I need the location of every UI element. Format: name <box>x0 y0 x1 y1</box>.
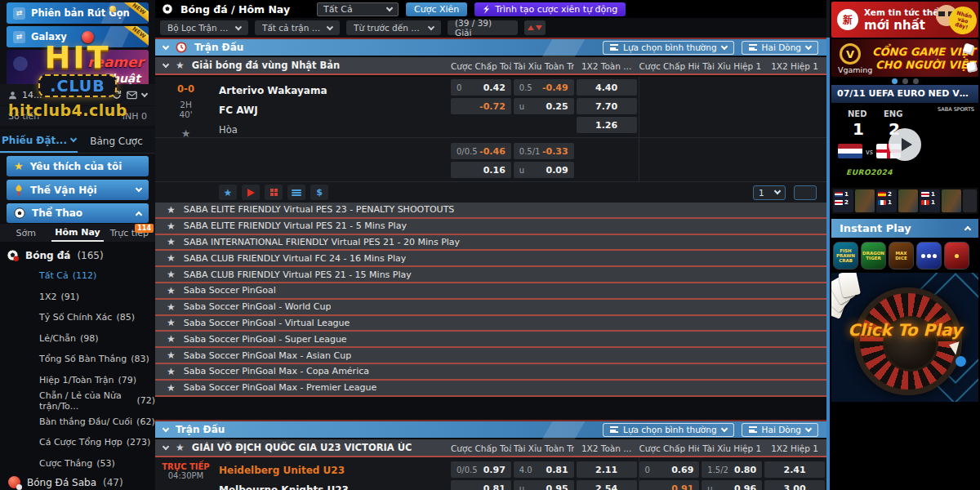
cashout-button[interactable]: $ <box>310 185 328 200</box>
thumbnails-next-button[interactable] <box>963 189 977 212</box>
odds-cell[interactable]: 1.5/20.80 <box>702 461 762 478</box>
sidebar-item-sports[interactable]: Thể Thao <box>7 203 149 223</box>
sidebar-menu-item[interactable]: Lẻ/Chẵn(98) <box>0 328 155 350</box>
sidebar-menu-item[interactable]: Bàn thắng Đầu/ Cuối(62) <box>0 412 155 433</box>
league-star-icon[interactable]: ★ <box>167 270 176 279</box>
two-line-button[interactable]: Hai Dòng <box>742 41 818 55</box>
vgaming-banner[interactable]: V Vgaming CỔNG GAME VIỆT CHO NGƯỜI VIỆT <box>831 39 978 77</box>
sidebar-menu-item[interactable]: Tỷ Số Chính Xác(85) <box>0 307 155 328</box>
thumbnail-score-card[interactable]: 21 <box>876 189 897 212</box>
odds-cell[interactable]: 2.11 <box>577 461 637 478</box>
league-star-icon[interactable]: ★ <box>167 302 176 312</box>
sidebar-item-saba-football[interactable]: Bóng Đá Saba (47) <box>8 476 123 488</box>
roulette-promo[interactable]: Click To Play <box>831 273 978 402</box>
league-row[interactable]: ★Saba Soccer PinGoal Max - Copa América <box>155 364 826 381</box>
favorite-button[interactable]: ★ <box>219 185 237 200</box>
league-row[interactable]: ★SABA ELITE FRIENDLY Virtual PES 21 - 5 … <box>155 219 826 235</box>
play-button[interactable] <box>889 128 921 161</box>
hitclub-logo[interactable]: HIT .CLUB <box>18 33 137 101</box>
sidebar-menu-item[interactable]: 1X2(91) <box>0 287 155 308</box>
account-chevron-down-icon[interactable] <box>141 90 148 96</box>
carousel-dot[interactable] <box>913 78 919 84</box>
match2-away-team[interactable]: Melbourne Knights U23 <box>219 484 349 490</box>
thumbnail-photo[interactable] <box>855 189 875 212</box>
odds-cell[interactable]: 4.00.81 <box>514 461 574 478</box>
tab-today[interactable]: Hôm Nay <box>51 224 103 242</box>
match-filter-button[interactable]: Bộ Lọc Trận Đấu <box>160 20 248 35</box>
sort-button[interactable] <box>524 20 546 35</box>
league-star-icon[interactable]: ★ <box>167 367 176 376</box>
thumbnail-score-card[interactable]: 12 <box>833 189 853 212</box>
odds-cell[interactable]: 0.5/1-0.33 <box>514 143 574 159</box>
odds-cell[interactable]: -0.72 <box>451 98 511 114</box>
sidebar-menu-item[interactable]: Cược Thắng(53) <box>0 453 155 474</box>
tab-early[interactable]: Sớm <box>0 224 51 242</box>
two-line-button[interactable]: Hai Dòng <box>742 423 818 437</box>
league-row[interactable]: ★Saba Soccer PinGoal <box>155 283 826 300</box>
league-star-icon[interactable]: ★ <box>167 383 176 393</box>
league-row[interactable]: ★SABA INTERNATIONAL FRIENDLY Virtual PES… <box>155 235 826 252</box>
odds-cell[interactable]: u0.09 <box>514 162 574 178</box>
match1-home-team[interactable]: Arterivo Wakayama <box>219 85 327 96</box>
sidebar-menu-item[interactable]: Cá Cược Tổng Hợp(273) <box>0 432 155 453</box>
markets-button[interactable] <box>287 185 305 200</box>
sidebar-item-favorites[interactable]: ★ Yêu thích của tôi <box>7 156 149 176</box>
league-row[interactable]: ★Saba Soccer PinGoal - Super League <box>155 332 826 348</box>
league-row[interactable]: ★Saba Soccer PinGoal - World Cup <box>155 300 826 316</box>
odds-cell[interactable]: 3.00 <box>764 480 825 490</box>
sidebar-menu-item[interactable]: Tất Cả(112) <box>0 265 155 287</box>
stats-button[interactable] <box>265 185 283 200</box>
odds-cell[interactable]: 0/0.5-0.46 <box>451 143 511 159</box>
tab-bet-list[interactable]: Bảng Cược <box>78 129 155 153</box>
odds-cell[interactable]: 00.42 <box>451 79 511 96</box>
carousel-dot[interactable] <box>892 78 898 84</box>
instant-play-tile[interactable]: FISH PRAWN CRAB <box>833 242 858 270</box>
league-star-icon[interactable]: ★ <box>167 205 176 215</box>
league-row[interactable]: ★SABA CLUB FRIENDLY Virtual PES 21 - 15 … <box>155 267 826 283</box>
odds-cell[interactable]: 00.69 <box>639 461 700 478</box>
collapse-chevron-icon[interactable] <box>163 42 169 49</box>
instant-play-tile[interactable] <box>916 242 942 270</box>
league-star-icon[interactable]: ★ <box>176 443 185 452</box>
news-banner[interactable]: 新 Xem tin tức thể thao mới nhất Nhấn vào… <box>831 2 978 38</box>
thumbnail-photo[interactable] <box>942 189 962 212</box>
odds-cell[interactable]: 0.16 <box>451 162 511 178</box>
odds-cell[interactable]: 2.54 <box>577 480 637 490</box>
sidebar-menu-item[interactable]: Hiệp 1/Toàn Trận(79) <box>0 370 155 391</box>
instant-play-header[interactable]: Instant Play <box>831 219 978 238</box>
instant-play-tile[interactable]: MAX DICE <box>889 242 914 270</box>
odds-cell[interactable]: 2.41 <box>764 461 825 478</box>
league-count-button[interactable]: (39 / 39) Giải <box>448 20 518 35</box>
league-star-icon[interactable]: ★ <box>167 286 176 296</box>
odds-cell[interactable]: u0.25 <box>514 98 574 114</box>
league-star-icon[interactable]: ★ <box>167 237 176 247</box>
page-select[interactable]: 1 <box>753 185 786 200</box>
normal-selection-button[interactable]: Lựa chọn bình thường <box>603 41 734 55</box>
odds-cell[interactable]: 0.91 <box>639 480 700 490</box>
time-range-button[interactable]: Từ trước đến nay <box>346 20 441 35</box>
match2-home-team[interactable]: Heidelberg United U23 <box>219 465 345 476</box>
thumbnail-score-card[interactable]: 11 <box>920 189 940 212</box>
collapse-chevron-icon[interactable] <box>163 425 169 431</box>
odds-filter-select[interactable]: Tất Cả <box>317 2 399 16</box>
collapse-chevron-icon[interactable] <box>163 443 169 449</box>
odds-cell[interactable]: u0.95 <box>514 480 574 490</box>
sport-football-row[interactable]: Bóng đá (165) <box>7 249 104 261</box>
banner-compact-version[interactable]: ⇄ Phiên bản Rút Gọn NEW <box>7 2 149 24</box>
sidebar-menu-item[interactable]: Chẵn / Lẻ của Nửa trận/To...(72) <box>0 390 155 412</box>
tab-live[interactable]: Trực tiếp 114 <box>104 224 155 242</box>
league-star-icon[interactable]: ★ <box>167 350 176 360</box>
sidebar-item-olympics[interactable]: Thế Vận Hội <box>7 180 149 200</box>
league-row[interactable]: ★SABA CLUB FRIENDLY Virtual FC 24 - 16 M… <box>155 251 826 267</box>
odds-cell[interactable]: 1.26 <box>577 117 637 133</box>
collapse-chevron-icon[interactable] <box>163 60 169 67</box>
instant-play-tile[interactable]: DRAGON TIGER <box>861 242 886 270</box>
odds-cell[interactable]: 0.5-0.49 <box>514 79 574 96</box>
odds-cell[interactable]: 7.70 <box>577 98 637 114</box>
instant-play-tile[interactable] <box>944 242 969 270</box>
live-stream-button[interactable] <box>242 185 260 200</box>
league-row[interactable]: ★Saba Soccer PinGoal - Virtual League <box>155 316 826 332</box>
odds-cell[interactable]: 0.81 <box>451 480 511 490</box>
league-row[interactable]: ★SABA ELITE FRIENDLY Virtual PES 23 - PE… <box>155 203 826 219</box>
league-star-icon[interactable]: ★ <box>167 334 176 344</box>
